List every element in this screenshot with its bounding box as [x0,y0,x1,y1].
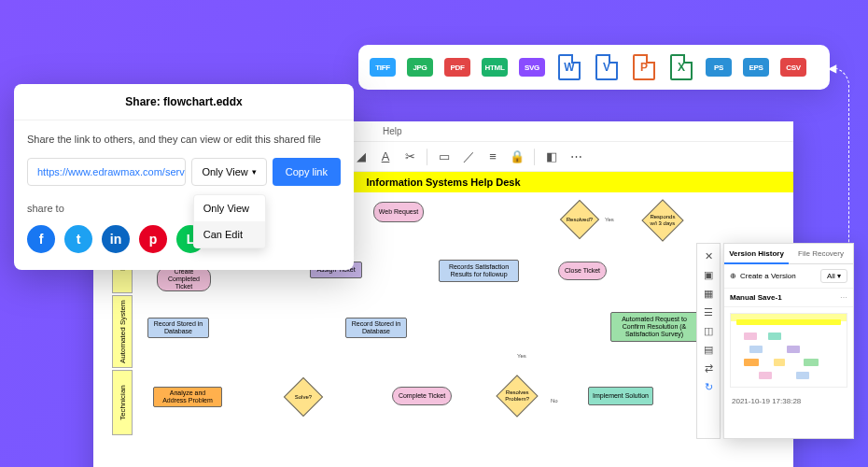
node-resolves[interactable]: Resolves Problem? [496,375,538,417]
export-formats-bar: TIFFJPGPDFHTMLSVGWVPXPSEPSCSV [358,45,830,90]
node-web-request[interactable]: Web Request [373,202,424,222]
more-icon[interactable]: ⋯ [565,146,587,168]
social-share-row: ftinpL [27,225,341,253]
crop-icon[interactable]: ✂ [399,146,421,168]
node-solve[interactable]: Solve? [284,377,323,417]
node-record2[interactable]: Record Stored in Database [345,318,407,338]
create-version-label[interactable]: Create a Version [740,272,796,280]
export-eps-button[interactable]: EPS [739,50,773,84]
node-implement[interactable]: Implement Solution [588,387,653,405]
node-complete[interactable]: Complete Ticket [392,387,452,405]
tab-file-recovery[interactable]: File Recovery [789,244,853,264]
share-url-input[interactable]: https://www.edrawmax.com/server.. [27,158,186,186]
version-thumbnail[interactable] [730,313,847,388]
lock-icon[interactable]: 🔒 [506,146,528,168]
connector-icon[interactable]: ⇄ [700,360,717,376]
permission-option-edit[interactable]: Can Edit [194,221,265,248]
create-version-row: ⊕ Create a Version All ▾ [724,264,853,289]
node-auto-req[interactable]: Automated Request to Confirm Resolution … [610,312,698,342]
node-records-sat[interactable]: Records Satisfaction Results for followu… [439,260,519,282]
shape-icon[interactable]: ▭ [433,146,455,168]
version-item-label: Manual Save-1 [730,293,782,302]
version-date: 2021-10-19 17:38:28 [724,393,853,409]
share-description: Share the link to others, and they can v… [27,134,341,145]
permission-dropdown[interactable]: Only View Only View Can Edit [191,158,266,186]
close-icon[interactable]: ✕ [700,248,717,264]
permission-label: Only View [202,166,247,177]
node-close[interactable]: Close Ticket [558,262,607,280]
share-twitter-button[interactable]: t [64,225,92,253]
share-linkedin-button[interactable]: in [102,225,130,253]
permission-menu: Only View Can Edit [193,194,266,248]
edge-label: No [551,398,558,403]
shapes-icon[interactable]: ◫ [700,322,717,339]
page-icon[interactable]: ▤ [700,341,717,358]
line-style-icon[interactable]: ≡ [482,146,504,168]
version-tabs: Version History File Recovery [724,244,853,264]
share-pinterest-button[interactable]: p [139,225,167,253]
node-record1[interactable]: Record Stored in Database [147,318,209,338]
edge-label: Yes [605,217,614,222]
export-html-button[interactable]: HTML [478,50,511,84]
copy-link-button[interactable]: Copy link [273,158,341,186]
tab-version-history[interactable]: Version History [724,244,789,264]
share-to-label: share to [27,203,341,214]
export-w-button[interactable]: W [553,50,586,84]
version-history-panel: Version History File Recovery ⊕ Create a… [723,243,854,439]
grid-icon[interactable]: ▦ [700,285,717,302]
export-jpg-button[interactable]: JPG [403,50,437,84]
list-icon[interactable]: ☰ [700,304,717,320]
history-icon[interactable]: ↻ [700,378,717,395]
export-pdf-button[interactable]: PDF [441,50,474,84]
version-item[interactable]: Manual Save-1 ⋯ [724,289,853,307]
export-v-button[interactable]: V [590,50,623,84]
more-icon[interactable]: ⋯ [840,293,847,302]
export-svg-button[interactable]: SVG [515,50,549,84]
share-facebook-button[interactable]: f [27,225,55,253]
edge-label: Yes [517,353,526,359]
connector-arrow [831,67,849,263]
font-color-icon[interactable]: A [374,146,397,168]
plus-icon[interactable]: ⊕ [730,272,736,280]
share-dialog-title: Share: flowchart.eddx [14,84,354,120]
export-ps-button[interactable]: PS [702,50,735,84]
line-icon[interactable]: ／ [457,146,480,168]
node-responds[interactable]: Responds w/i 3 days [641,199,683,241]
share-dialog: Share: flowchart.eddx Share the link to … [14,84,354,270]
theme-icon[interactable]: ◧ [540,146,563,168]
menu-help[interactable]: Help [383,126,402,136]
export-x-button[interactable]: X [665,50,698,84]
arrow-head-icon: ◀ [828,62,836,75]
export-tiff-button[interactable]: TIFF [366,50,399,84]
permission-option-view[interactable]: Only View [194,195,265,221]
right-sidebar: ✕ ▣ ▦ ☰ ◫ ▤ ⇄ ↻ [696,243,721,439]
swimlane-label: Automated System [112,295,133,368]
export-csv-button[interactable]: CSV [777,50,810,84]
node-resolved[interactable]: Resolved? [560,200,599,239]
export-p-button[interactable]: P [627,50,661,84]
version-filter-select[interactable]: All ▾ [820,269,847,283]
node-analyze[interactable]: Analyze and Address Problem [153,387,222,407]
panel-icon[interactable]: ▣ [700,266,717,283]
node-create-completed[interactable]: Create Completed Ticket [157,267,211,291]
swimlane-label: Technician [112,370,133,435]
